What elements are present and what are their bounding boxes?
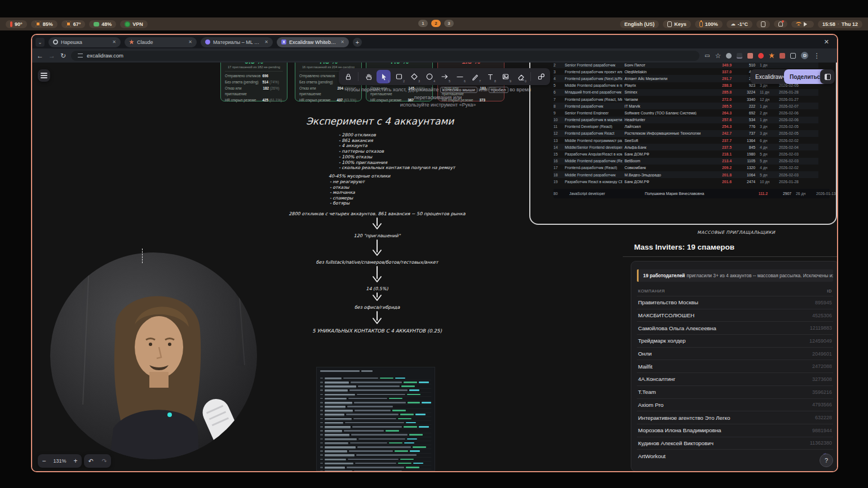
language-indicator[interactable]: English (US): [620, 20, 659, 28]
url-field[interactable]: excalidraw.com: [71, 51, 699, 61]
job-title-link[interactable]: Middle Frontend разработчик: [565, 173, 622, 177]
tab-4[interactable]: XExcalidraw Whiteboard✕: [277, 37, 349, 47]
status-pill-thermometer[interactable]: 90°: [6, 20, 27, 28]
forward-button[interactable]: →: [48, 52, 55, 59]
extensions-puzzle-icon[interactable]: [790, 53, 796, 59]
extension-icon-4[interactable]: [758, 53, 764, 59]
back-button[interactable]: ←: [37, 52, 43, 59]
image-tool[interactable]: 9: [498, 70, 512, 83]
rectangle-tool[interactable]: 2: [392, 70, 406, 83]
tab-search-chevron[interactable]: ⌄: [36, 38, 45, 47]
job-title-link[interactable]: Frontend-разработчик (React): [565, 166, 622, 170]
extension-icon-6[interactable]: [780, 53, 785, 59]
zoom-level[interactable]: 131%: [50, 458, 69, 464]
line-tool[interactable]: 6: [453, 70, 467, 83]
job-title-link[interactable]: Middle Frontend разработчик в прод…: [565, 83, 622, 87]
extension-icon-5[interactable]: [769, 53, 774, 59]
shapes-tool[interactable]: [534, 70, 548, 83]
funnel-source-text[interactable]: 2800 откликов с четырех аккаунтов. 861 в…: [289, 211, 466, 216]
funnel-step-text[interactable]: 14 (0.5%): [366, 286, 388, 291]
arrow-tool[interactable]: 5: [437, 70, 451, 83]
extension-icon-3[interactable]: [747, 53, 753, 59]
job-title-link[interactable]: Middle/Senior Frontend developer (ку…: [565, 145, 622, 149]
library-toggle-button[interactable]: [820, 69, 835, 84]
tab-close-icon[interactable]: ✕: [264, 39, 268, 45]
experiment-title[interactable]: Эксперимент с 4 аккаунтами: [306, 116, 454, 127]
hand-tool[interactable]: [361, 70, 375, 83]
draw-tool[interactable]: 7: [468, 70, 482, 83]
tab-close-icon[interactable]: ✕: [188, 39, 192, 45]
help-button[interactable]: ?: [820, 454, 833, 467]
funnel-step-text[interactable]: без офиса/гибрида: [355, 305, 400, 310]
stat-card-1[interactable]: 9.3 %17 приглашений из 182 не-pendingОтп…: [220, 63, 287, 101]
experiment-list-1[interactable]: - 2800 откликов- 861 вакансия- 4 аккаунт…: [339, 132, 455, 171]
job-title-link[interactable]: Frontend разработчик проект или с…: [565, 70, 622, 74]
clipboard-applet[interactable]: [756, 20, 770, 28]
tab-close-icon[interactable]: ✕: [340, 39, 344, 45]
browser-menu-icon[interactable]: ⋮: [813, 52, 820, 59]
text-tool[interactable]: 8: [483, 70, 497, 83]
selection-tool[interactable]: 1: [377, 70, 391, 83]
diamond-tool[interactable]: 3: [407, 70, 421, 83]
new-tab-button[interactable]: +: [353, 38, 362, 47]
workspace-switcher[interactable]: 123: [418, 20, 454, 27]
bookmark-star-icon[interactable]: ☆: [715, 52, 721, 59]
job-title-link[interactable]: Senior Frontend Engineer: [565, 111, 622, 115]
experiment-list-2-heading[interactable]: 40-45% мусорные отклики: [329, 174, 390, 179]
funnel-step-text[interactable]: 5 УНИКАЛЬНЫХ КОНТАКТОВ С 4 АККАУНТОВ (0.…: [312, 328, 442, 334]
job-title-link[interactable]: Разработчик React в команду СБера…: [565, 180, 622, 184]
job-title-link[interactable]: JavaScript developer: [569, 192, 643, 196]
status-pill-ram[interactable]: 48%: [89, 20, 116, 28]
tab-3[interactable]: Материалы – ML Hub✕: [201, 37, 273, 47]
network-applet[interactable]: [791, 21, 814, 28]
mass-inviters-title[interactable]: Mass Inviters: 19 спамеров: [623, 243, 837, 257]
status-pill-temp[interactable]: 67°: [61, 20, 86, 28]
menu-button[interactable]: [38, 69, 50, 82]
zoom-in-button[interactable]: +: [69, 457, 82, 465]
funnel-step-text[interactable]: 120 "приглашений": [354, 233, 401, 238]
cast-icon[interactable]: ▭: [705, 53, 710, 59]
profile-avatar[interactable]: D: [801, 52, 808, 59]
undo-button[interactable]: ↶: [84, 458, 98, 465]
window-close-button[interactable]: ✕: [820, 38, 834, 46]
battery-indicator[interactable]: 100%: [695, 20, 723, 28]
mass-inviters-frame-label[interactable]: МАССОВЫЕ ПРИГЛАЩАЛЬЩИКИ: [697, 230, 775, 235]
workspace-3[interactable]: 3: [444, 20, 454, 27]
job-title-link[interactable]: Frontend разработчик React: [565, 131, 622, 135]
tab-close-icon[interactable]: ✕: [112, 39, 116, 45]
job-title-link[interactable]: Frontend разработчик: [565, 104, 622, 108]
job-title-link[interactable]: Frontend Developer (React): [565, 125, 622, 128]
mini-table-image[interactable]: [316, 367, 435, 471]
experiment-list-2[interactable]: - не реагируют- отказы- молчанка- спамер…: [330, 179, 365, 206]
job-title-link[interactable]: Frontend разработчик (React, Middle): [565, 97, 622, 101]
funnel-step-text[interactable]: без fullstack/native/спамеров/ботов/тест…: [316, 260, 439, 265]
workspace-1[interactable]: 1: [418, 20, 428, 27]
job-title-link[interactable]: Middle Frontend программист разра…: [565, 139, 622, 143]
notifications-applet[interactable]: [774, 20, 787, 28]
extension-icon-1[interactable]: [726, 53, 732, 59]
site-settings-icon[interactable]: [78, 54, 83, 57]
funnel-diagram[interactable]: 2800 откликов с четырех аккаунтов. 861 в…: [293, 211, 462, 334]
job-title-link[interactable]: Senior Frontend разработчик: [565, 63, 622, 67]
clock[interactable]: 15:58·Thu 12: [818, 20, 862, 28]
excalidraw-canvas[interactable]: 9.3 %17 приглашений из 182 не-pendingОтп…: [32, 63, 837, 471]
redo-button[interactable]: ↷: [98, 458, 111, 465]
tab-2[interactable]: Claude✕: [125, 37, 197, 47]
status-pill-chip[interactable]: 85%: [31, 20, 57, 28]
tab-1[interactable]: Нарешка✕: [48, 37, 121, 47]
zoom-out-button[interactable]: −: [38, 457, 50, 465]
reload-button[interactable]: ↻: [60, 52, 66, 59]
status-pill-vpn[interactable]: VPN: [120, 20, 148, 28]
job-title-link[interactable]: Frontend разработчик в маркетинго…: [565, 118, 622, 122]
job-title-link[interactable]: Frontend разработчик (Next.js/React): [565, 77, 622, 81]
weather-indicator[interactable]: ☁-1°C: [727, 20, 752, 28]
extension-icon-2[interactable]: [737, 53, 742, 59]
workspace-2[interactable]: 2: [431, 20, 441, 27]
keys-indicator[interactable]: Keys: [663, 20, 691, 28]
ellipse-tool[interactable]: 4: [422, 70, 436, 83]
job-title-link[interactable]: Младший front-end разработчик: [565, 90, 622, 94]
lock-tool[interactable]: [341, 70, 355, 83]
job-title-link[interactable]: Разработчик Angular/React в команд…: [565, 152, 622, 156]
eraser-tool[interactable]: 0: [513, 70, 528, 83]
job-title-link[interactable]: Middle Frontend разработчик (React): [565, 159, 622, 163]
